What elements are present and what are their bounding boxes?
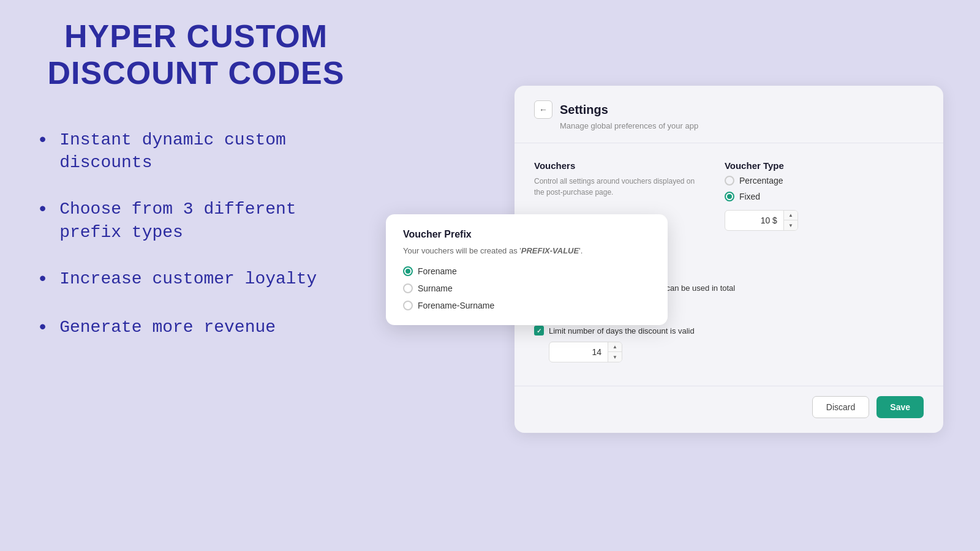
page-title: HYPER CUSTOM DISCOUNT CODES [0,18,392,92]
settings-title: Settings [560,103,608,117]
days-valid-spinner-up[interactable]: ▲ [608,342,622,352]
feature-list: •Instant dynamic custom discounts•Choose… [0,129,392,365]
bullet-item: •Generate more revenue [37,316,368,341]
prefix-label-forename-surname: Forename-Surname [418,301,494,310]
radio-circle-percentage [725,176,734,186]
checkbox-days-valid-box [534,326,544,335]
prefix-card-title: Voucher Prefix [403,229,650,240]
prefix-radio-group: Forename Surname Forename-Surname [403,266,650,310]
bullet-item: •Increase customer loyalty [37,268,368,293]
bullet-item: •Choose from 3 different prefix types [37,198,368,244]
settings-footer: Discard Save [514,386,943,433]
bullet-item: •Instant dynamic custom discounts [37,129,368,175]
voucher-type-label: Voucher Type [725,160,924,171]
radio-percentage[interactable]: Percentage [725,176,924,186]
bullet-dot: • [37,127,48,154]
prefix-radio-forename-surname[interactable]: Forename-Surname [403,301,650,310]
bullet-dot: • [37,266,48,293]
prefix-radio-forename[interactable]: Forename [403,266,650,276]
prefix-desc-bold: PREFIX-VALUE [521,246,579,255]
prefix-radio-surname[interactable]: Surname [403,283,650,293]
prefix-label-forename: Forename [418,266,457,276]
bullet-text: Instant dynamic custom discounts [59,129,368,175]
prefix-circle-forename [403,266,413,276]
vouchers-desc: Control all settings around vouchers dis… [534,176,700,198]
bullet-text: Choose from 3 different prefix types [59,198,368,244]
vouchers-label: Vouchers [534,160,700,171]
checkbox-days-valid[interactable]: Limit number of days the discount is val… [534,326,924,335]
prefix-desc-end: '. [579,246,582,255]
radio-circle-fixed [725,192,734,201]
prefix-desc-start: Your vouchers will be created as ' [403,246,521,255]
bullet-dot: • [37,197,48,223]
days-valid-value: 14 [549,343,608,361]
days-valid-input[interactable]: 14 ▲ ▼ [549,342,622,362]
fixed-amount-spinners: ▲ ▼ [783,211,797,230]
radio-label-fixed: Fixed [739,192,760,201]
prefix-label-surname: Surname [418,283,453,293]
left-panel: HYPER CUSTOM DISCOUNT CODES •Instant dyn… [0,0,392,551]
save-button[interactable]: Save [876,396,924,418]
bullet-dot: • [37,315,48,341]
prefix-circle-surname [403,283,413,293]
spinner-down[interactable]: ▼ [784,220,797,230]
prefix-card: Voucher Prefix Your vouchers will be cre… [386,214,668,325]
radio-label-percentage: Percentage [739,176,783,186]
bullet-text: Increase customer loyalty [59,268,317,291]
back-button[interactable]: ← [534,100,552,119]
prefix-circle-forename-surname [403,301,413,310]
fixed-amount-value: 10 $ [725,212,783,229]
voucher-type-radio-group: Percentage Fixed [725,176,924,201]
prefix-card-desc: Your vouchers will be created as 'PREFIX… [403,246,650,255]
voucher-type-section: Voucher Type Percentage Fixed 10 $ ▲ [725,160,924,231]
bullet-text: Generate more revenue [59,316,276,339]
discard-button[interactable]: Discard [812,396,869,418]
spinner-up[interactable]: ▲ [784,211,797,220]
days-valid-spinners: ▲ ▼ [608,342,622,362]
fixed-amount-input[interactable]: 10 $ ▲ ▼ [725,210,798,231]
settings-header: ← Settings Manage global preferences of … [514,86,943,143]
radio-fixed[interactable]: Fixed [725,192,924,201]
settings-subtitle: Manage global preferences of your app [560,121,924,130]
right-panel: ← Settings Manage global preferences of … [514,86,943,433]
days-valid-spinner-down[interactable]: ▼ [608,352,622,362]
checkbox-days-valid-label: Limit number of days the discount is val… [549,326,695,335]
days-valid-input-row: 14 ▲ ▼ [549,342,924,362]
